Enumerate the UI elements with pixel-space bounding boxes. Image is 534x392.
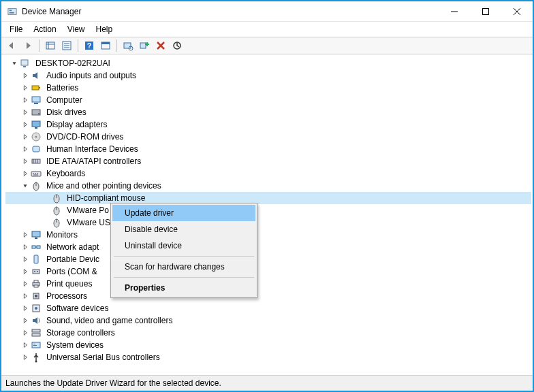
tree-category[interactable]: DVD/CD-ROM drives bbox=[5, 131, 531, 143]
chevron-right-icon[interactable] bbox=[20, 267, 30, 276]
back-button[interactable] bbox=[4, 38, 19, 53]
svg-rect-43 bbox=[33, 175, 38, 176]
scan-hardware-button[interactable] bbox=[121, 38, 136, 53]
context-menu-item[interactable]: Uninstall device bbox=[112, 238, 255, 254]
svg-rect-26 bbox=[32, 97, 40, 102]
chevron-right-icon[interactable] bbox=[20, 157, 30, 166]
tree-category[interactable]: Audio inputs and outputs bbox=[5, 69, 531, 82]
tree-category[interactable]: Network adapt bbox=[5, 241, 531, 253]
update-driver-button[interactable] bbox=[170, 38, 185, 53]
tree-node-label: HID-compliant mouse bbox=[65, 193, 147, 203]
tree-category[interactable]: Monitors bbox=[5, 229, 531, 241]
menu-view[interactable]: View bbox=[62, 23, 91, 35]
context-menu-item[interactable]: Scan for hardware changes bbox=[112, 259, 255, 275]
context-menu-item[interactable]: Properties bbox=[112, 280, 255, 296]
menubar: File Action View Help bbox=[1, 22, 533, 37]
tree-node-label: Print queues bbox=[44, 278, 94, 289]
chevron-right-icon[interactable] bbox=[20, 242, 30, 252]
show-hidden-button[interactable] bbox=[43, 38, 58, 53]
audio-icon bbox=[31, 70, 42, 81]
tree-category[interactable]: Display adapters bbox=[5, 118, 531, 131]
network-icon bbox=[31, 242, 42, 252]
tree-node-label: Universal Serial Bus controllers bbox=[44, 352, 162, 363]
tree-category[interactable]: Print queues bbox=[5, 278, 531, 290]
tree-root[interactable]: DESKTOP-02R2UAI bbox=[5, 57, 531, 69]
forward-button[interactable] bbox=[20, 38, 35, 53]
tree-node-label: Keyboards bbox=[44, 168, 87, 179]
chevron-right-icon[interactable] bbox=[20, 71, 30, 80]
chevron-right-icon[interactable] bbox=[20, 340, 30, 350]
context-menu-item[interactable]: Disable device bbox=[112, 221, 255, 238]
tree-category[interactable]: Storage controllers bbox=[5, 327, 531, 339]
tree-category[interactable]: IDE ATA/ATAPI controllers bbox=[5, 155, 531, 167]
tree-category[interactable]: System devices bbox=[5, 339, 531, 351]
mouse-icon bbox=[51, 205, 62, 216]
tree-category[interactable]: Keyboards bbox=[5, 167, 531, 180]
tree-category[interactable]: Disk drives bbox=[5, 106, 531, 118]
maximize-button[interactable] bbox=[470, 1, 501, 21]
close-button[interactable] bbox=[501, 1, 533, 21]
svg-point-60 bbox=[37, 271, 38, 272]
uninstall-button[interactable] bbox=[153, 38, 168, 53]
sound-icon bbox=[31, 315, 42, 326]
properties-button[interactable] bbox=[59, 38, 74, 53]
chevron-right-icon[interactable] bbox=[20, 132, 30, 142]
chevron-right-icon[interactable] bbox=[20, 120, 30, 129]
context-menu-item[interactable]: Update driver bbox=[112, 205, 255, 221]
tree-category[interactable]: Human Interface Devices bbox=[5, 143, 531, 155]
computer-icon bbox=[31, 95, 42, 105]
svg-rect-55 bbox=[37, 246, 40, 248]
chevron-right-icon[interactable] bbox=[20, 169, 30, 178]
svg-rect-58 bbox=[33, 270, 40, 274]
tree-category[interactable]: Portable Devic bbox=[5, 253, 531, 265]
tree-category[interactable]: Batteries bbox=[5, 82, 531, 94]
mouse-icon bbox=[51, 217, 62, 228]
menu-action[interactable]: Action bbox=[28, 23, 61, 35]
hid-icon bbox=[31, 144, 42, 154]
chevron-right-icon[interactable] bbox=[20, 279, 30, 289]
details-button[interactable] bbox=[98, 38, 113, 53]
chevron-down-icon[interactable] bbox=[10, 59, 19, 68]
tree-category[interactable]: Ports (COM & bbox=[5, 265, 531, 278]
chevron-right-icon[interactable] bbox=[20, 230, 30, 240]
tree-device[interactable]: VMware US bbox=[5, 216, 531, 229]
tree-category[interactable]: Sound, video and game controllers bbox=[5, 314, 531, 327]
tree-node-label: DESKTOP-02R2UAI bbox=[33, 58, 112, 69]
svg-rect-57 bbox=[34, 255, 38, 263]
chevron-right-icon[interactable] bbox=[20, 304, 30, 313]
chevron-right-icon[interactable] bbox=[20, 255, 30, 264]
chevron-right-icon[interactable] bbox=[20, 83, 30, 93]
svg-text:?: ? bbox=[87, 42, 92, 50]
svg-rect-7 bbox=[46, 42, 54, 49]
storage-icon bbox=[31, 327, 42, 338]
help-button[interactable]: ? bbox=[82, 38, 97, 53]
chevron-right-icon[interactable] bbox=[20, 95, 30, 105]
tree-category[interactable]: Universal Serial Bus controllers bbox=[5, 351, 531, 363]
chevron-right-icon[interactable] bbox=[20, 144, 30, 154]
chevron-right-icon[interactable] bbox=[20, 108, 30, 117]
chevron-right-icon[interactable] bbox=[20, 353, 30, 362]
svg-rect-52 bbox=[32, 231, 40, 237]
tree-node-label: Network adapt bbox=[44, 242, 101, 252]
menu-file[interactable]: File bbox=[4, 23, 28, 35]
device-tree[interactable]: DESKTOP-02R2UAI Audio inputs and outputs… bbox=[1, 54, 533, 376]
chevron-right-icon[interactable] bbox=[20, 328, 30, 338]
tree-device[interactable]: VMware Po bbox=[5, 204, 531, 216]
tree-category[interactable]: Software devices bbox=[5, 302, 531, 314]
print-icon bbox=[31, 278, 42, 289]
svg-point-73 bbox=[35, 361, 37, 363]
minimize-button[interactable] bbox=[439, 1, 470, 21]
chevron-right-icon[interactable] bbox=[20, 291, 30, 301]
add-legacy-button[interactable] bbox=[137, 38, 152, 53]
menu-help[interactable]: Help bbox=[91, 23, 119, 35]
tree-node-label: IDE ATA/ATAPI controllers bbox=[44, 156, 143, 167]
disk-icon bbox=[31, 107, 42, 118]
chevron-down-icon[interactable] bbox=[20, 181, 30, 191]
app-icon bbox=[7, 6, 18, 17]
tree-device[interactable]: HID-compliant mouse bbox=[5, 192, 531, 204]
tree-category[interactable]: Mice and other pointing devices bbox=[5, 180, 531, 192]
tree-category[interactable]: Processors bbox=[5, 290, 531, 302]
software-icon bbox=[31, 303, 42, 314]
tree-category[interactable]: Computer bbox=[5, 94, 531, 106]
chevron-right-icon[interactable] bbox=[20, 316, 30, 325]
